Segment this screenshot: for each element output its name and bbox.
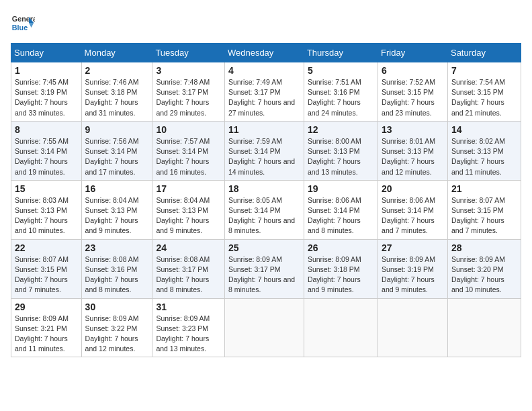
day-info: Sunrise: 8:09 AMSunset: 3:23 PMDaylight:… — [156, 314, 221, 355]
calendar-cell: 27Sunrise: 8:09 AMSunset: 3:19 PMDayligh… — [378, 239, 448, 298]
day-number: 17 — [156, 183, 221, 194]
calendar-cell: 25Sunrise: 8:09 AMSunset: 3:17 PMDayligh… — [224, 239, 304, 298]
day-number: 25 — [228, 242, 300, 253]
day-info: Sunrise: 7:46 AMSunset: 3:18 PMDaylight:… — [85, 77, 149, 118]
day-number: 31 — [156, 302, 221, 312]
calendar-cell: 29Sunrise: 8:09 AMSunset: 3:21 PMDayligh… — [11, 298, 82, 357]
calendar-cell — [224, 298, 304, 357]
day-info: Sunrise: 8:09 AMSunset: 3:17 PMDaylight:… — [228, 255, 300, 295]
day-of-week-header: Thursday — [304, 44, 378, 62]
day-info: Sunrise: 8:09 AMSunset: 3:20 PMDaylight:… — [451, 255, 517, 295]
calendar-cell: 18Sunrise: 8:05 AMSunset: 3:14 PMDayligh… — [224, 180, 304, 239]
calendar-cell — [447, 298, 521, 357]
calendar-cell: 8Sunrise: 7:55 AMSunset: 3:14 PMDaylight… — [11, 121, 82, 180]
calendar-cell: 17Sunrise: 8:04 AMSunset: 3:13 PMDayligh… — [152, 180, 225, 239]
calendar-cell: 9Sunrise: 7:56 AMSunset: 3:14 PMDaylight… — [81, 121, 152, 180]
calendar-cell: 3Sunrise: 7:48 AMSunset: 3:17 PMDaylight… — [152, 62, 225, 122]
calendar-cell: 11Sunrise: 7:59 AMSunset: 3:14 PMDayligh… — [224, 121, 304, 180]
day-number: 7 — [451, 65, 517, 76]
calendar-cell: 16Sunrise: 8:04 AMSunset: 3:13 PMDayligh… — [81, 180, 152, 239]
day-of-week-header: Friday — [378, 44, 448, 62]
calendar-cell: 10Sunrise: 7:57 AMSunset: 3:14 PMDayligh… — [152, 121, 225, 180]
calendar-week-row: 15Sunrise: 8:03 AMSunset: 3:13 PMDayligh… — [11, 180, 521, 239]
day-of-week-header: Tuesday — [152, 44, 225, 62]
day-info: Sunrise: 8:09 AMSunset: 3:21 PMDaylight:… — [15, 314, 78, 355]
calendar-cell: 4Sunrise: 7:49 AMSunset: 3:17 PMDaylight… — [224, 62, 304, 122]
day-of-week-header: Wednesday — [224, 44, 304, 62]
calendar-cell: 13Sunrise: 8:01 AMSunset: 3:13 PMDayligh… — [378, 121, 448, 180]
logo-icon: General Blue — [11, 11, 35, 35]
calendar-week-row: 29Sunrise: 8:09 AMSunset: 3:21 PMDayligh… — [11, 298, 521, 357]
day-of-week-header: Saturday — [447, 44, 521, 62]
calendar-week-row: 1Sunrise: 7:45 AMSunset: 3:19 PMDaylight… — [11, 62, 521, 122]
day-number: 9 — [85, 124, 149, 135]
day-number: 18 — [228, 183, 300, 194]
day-number: 26 — [308, 242, 374, 253]
calendar-cell — [304, 298, 378, 357]
day-number: 2 — [85, 65, 149, 76]
day-info: Sunrise: 7:57 AMSunset: 3:14 PMDaylight:… — [156, 136, 221, 177]
calendar-cell: 21Sunrise: 8:07 AMSunset: 3:15 PMDayligh… — [447, 180, 521, 239]
day-info: Sunrise: 8:02 AMSunset: 3:13 PMDaylight:… — [451, 136, 517, 177]
day-info: Sunrise: 8:05 AMSunset: 3:14 PMDaylight:… — [228, 195, 300, 236]
day-info: Sunrise: 8:01 AMSunset: 3:13 PMDaylight:… — [382, 136, 444, 177]
calendar-week-row: 8Sunrise: 7:55 AMSunset: 3:14 PMDaylight… — [11, 121, 521, 180]
day-number: 28 — [451, 242, 517, 253]
day-info: Sunrise: 7:54 AMSunset: 3:15 PMDaylight:… — [451, 77, 517, 118]
day-number: 27 — [382, 242, 444, 253]
day-number: 15 — [15, 183, 78, 194]
day-of-week-header: Sunday — [11, 44, 82, 62]
day-number: 29 — [15, 302, 78, 312]
calendar-cell: 15Sunrise: 8:03 AMSunset: 3:13 PMDayligh… — [11, 180, 82, 239]
day-number: 11 — [228, 124, 300, 135]
calendar-cell: 6Sunrise: 7:52 AMSunset: 3:15 PMDaylight… — [378, 62, 448, 122]
day-info: Sunrise: 7:55 AMSunset: 3:14 PMDaylight:… — [15, 136, 78, 177]
calendar-week-row: 22Sunrise: 8:07 AMSunset: 3:15 PMDayligh… — [11, 239, 521, 298]
day-info: Sunrise: 7:48 AMSunset: 3:17 PMDaylight:… — [156, 77, 221, 118]
day-number: 23 — [85, 242, 149, 253]
calendar-cell: 24Sunrise: 8:08 AMSunset: 3:17 PMDayligh… — [152, 239, 225, 298]
day-number: 24 — [156, 242, 221, 253]
day-number: 13 — [382, 124, 444, 135]
day-number: 4 — [228, 65, 300, 76]
day-info: Sunrise: 7:52 AMSunset: 3:15 PMDaylight:… — [382, 77, 444, 118]
day-info: Sunrise: 8:00 AMSunset: 3:13 PMDaylight:… — [308, 136, 374, 177]
day-number: 12 — [308, 124, 374, 135]
day-number: 3 — [156, 65, 221, 76]
calendar-cell: 2Sunrise: 7:46 AMSunset: 3:18 PMDaylight… — [81, 62, 152, 122]
day-info: Sunrise: 7:45 AMSunset: 3:19 PMDaylight:… — [15, 77, 78, 118]
calendar-cell: 20Sunrise: 8:06 AMSunset: 3:14 PMDayligh… — [378, 180, 448, 239]
calendar-cell: 28Sunrise: 8:09 AMSunset: 3:20 PMDayligh… — [447, 239, 521, 298]
calendar-table: SundayMondayTuesdayWednesdayThursdayFrid… — [11, 43, 521, 357]
svg-marker-3 — [29, 23, 34, 28]
day-info: Sunrise: 8:08 AMSunset: 3:16 PMDaylight:… — [85, 255, 149, 295]
day-info: Sunrise: 8:06 AMSunset: 3:14 PMDaylight:… — [308, 195, 374, 236]
calendar-cell: 7Sunrise: 7:54 AMSunset: 3:15 PMDaylight… — [447, 62, 521, 122]
day-number: 6 — [382, 65, 444, 76]
day-number: 5 — [308, 65, 374, 76]
calendar-cell: 1Sunrise: 7:45 AMSunset: 3:19 PMDaylight… — [11, 62, 82, 122]
day-info: Sunrise: 8:09 AMSunset: 3:18 PMDaylight:… — [308, 255, 374, 295]
calendar-header-row: SundayMondayTuesdayWednesdayThursdayFrid… — [11, 44, 521, 62]
calendar-cell: 14Sunrise: 8:02 AMSunset: 3:13 PMDayligh… — [447, 121, 521, 180]
day-number: 21 — [451, 183, 517, 194]
logo: General Blue — [11, 11, 38, 35]
day-info: Sunrise: 8:06 AMSunset: 3:14 PMDaylight:… — [382, 195, 444, 236]
page-header: General Blue — [11, 11, 521, 35]
day-info: Sunrise: 7:56 AMSunset: 3:14 PMDaylight:… — [85, 136, 149, 177]
calendar-cell — [378, 298, 448, 357]
calendar-cell: 31Sunrise: 8:09 AMSunset: 3:23 PMDayligh… — [152, 298, 225, 357]
calendar-cell: 5Sunrise: 7:51 AMSunset: 3:16 PMDaylight… — [304, 62, 378, 122]
calendar-cell: 30Sunrise: 8:09 AMSunset: 3:22 PMDayligh… — [81, 298, 152, 357]
day-info: Sunrise: 8:07 AMSunset: 3:15 PMDaylight:… — [451, 195, 517, 236]
calendar-cell: 12Sunrise: 8:00 AMSunset: 3:13 PMDayligh… — [304, 121, 378, 180]
day-of-week-header: Monday — [81, 44, 152, 62]
calendar-cell: 23Sunrise: 8:08 AMSunset: 3:16 PMDayligh… — [81, 239, 152, 298]
day-number: 8 — [15, 124, 78, 135]
day-info: Sunrise: 8:09 AMSunset: 3:22 PMDaylight:… — [85, 314, 149, 355]
day-number: 16 — [85, 183, 149, 194]
day-info: Sunrise: 8:04 AMSunset: 3:13 PMDaylight:… — [156, 195, 221, 236]
day-info: Sunrise: 8:08 AMSunset: 3:17 PMDaylight:… — [156, 255, 221, 295]
day-number: 1 — [15, 65, 78, 76]
calendar-cell: 22Sunrise: 8:07 AMSunset: 3:15 PMDayligh… — [11, 239, 82, 298]
